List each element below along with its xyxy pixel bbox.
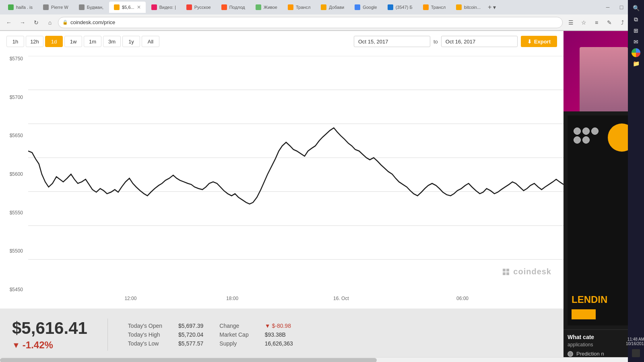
download-icon: ⬇ — [527, 39, 532, 45]
svg-rect-8 — [506, 269, 509, 272]
tab-favicon — [79, 4, 85, 10]
todays-high-value: $5,720.04 — [178, 331, 203, 338]
date-from-input[interactable] — [354, 36, 430, 47]
toolbar: ← → ↻ ⌂ 🔒 coindesk.com/price ☰ ☆ ≡ ✎ ⤴ … — [0, 14, 644, 31]
todays-open-value: $5,697.39 — [178, 323, 203, 329]
controls-row: 1h 12h 1d 1w 1m 3m 1y All to ⬇ Export — [0, 31, 564, 52]
tab-list-button[interactable]: ▾ — [493, 4, 496, 10]
tab-favicon — [151, 4, 157, 10]
windows-store-icon[interactable]: ⊞ — [631, 26, 641, 35]
y-label-5600: $5600 — [0, 171, 26, 177]
coindesk-watermark-icon — [502, 268, 510, 276]
tab-favicon — [456, 4, 462, 10]
date-to-input[interactable] — [441, 36, 518, 47]
sidebar-icon[interactable]: ☰ — [565, 17, 576, 28]
x-label-0600: 06:00 — [456, 296, 469, 301]
search-icon[interactable]: 🔍 — [631, 3, 641, 13]
y-label-5450: $5450 — [0, 287, 26, 292]
minimize-button[interactable]: ─ — [602, 2, 613, 13]
svg-rect-10 — [506, 272, 509, 275]
tab-google[interactable]: Google — [350, 2, 382, 13]
chart-container: $5750 $5700 $5650 $5600 $5550 $5500 $545… — [0, 52, 564, 309]
bookmark-star-icon[interactable]: ☆ — [578, 17, 589, 28]
tab-favicon — [186, 4, 192, 10]
browser-chrome: haifa . is Pierre W Будман, $5,6... ✕ Ви… — [0, 0, 644, 31]
btn-all[interactable]: All — [142, 36, 159, 47]
tab-bitcoin2[interactable]: bitcoin... — [451, 2, 485, 13]
price-change-block: ▼ -1.42% — [12, 339, 87, 351]
refresh-button[interactable]: ↻ — [31, 17, 42, 28]
home-button[interactable]: ⌂ — [44, 17, 56, 28]
maximize-button[interactable]: □ — [616, 2, 627, 13]
x-axis-labels: 12:00 18:00 16. Oct 06:00 — [28, 292, 564, 309]
tab-favicon — [423, 4, 429, 10]
tab-video[interactable]: Видео: | — [147, 2, 181, 13]
market-cap-value: $93.38B — [265, 331, 293, 338]
main-content: 1h 12h 1d 1w 1m 3m 1y All to ⬇ Export $5… — [0, 31, 644, 361]
tab-pierre[interactable]: Pierre W — [38, 2, 73, 13]
task-view-icon[interactable]: ⧉ — [631, 14, 641, 24]
clock-display[interactable]: 11:48 AM 10/16/2017 — [626, 337, 644, 346]
orange-bar-decoration — [572, 309, 596, 319]
tab-live[interactable]: Живое — [251, 2, 282, 13]
todays-high-label: Today's High — [128, 331, 162, 338]
current-price-block: $5,616.41 ▼ -1.42% — [12, 319, 87, 351]
tab-email[interactable]: (3547) Б — [383, 2, 417, 13]
lending-text: LENDIN — [572, 294, 607, 305]
back-button[interactable]: ← — [3, 17, 14, 28]
price-value: $5,616.41 — [12, 319, 87, 338]
reading-list-icon[interactable]: ≡ — [591, 17, 602, 28]
btn-1m[interactable]: 1m — [84, 36, 101, 47]
stats-bar: $5,616.41 ▼ -1.42% Today's Open $5,697.3… — [0, 309, 564, 361]
tab-favicon — [256, 4, 261, 10]
x-label-1200: 12:00 — [124, 296, 136, 301]
tab-podcast[interactable]: Подлод — [217, 2, 250, 13]
address-bar[interactable]: 🔒 coindesk.com/price — [58, 17, 563, 28]
tab-haifa[interactable]: haifa . is — [3, 2, 37, 13]
chart-area: 1h 12h 1d 1w 1m 3m 1y All to ⬇ Export $5… — [0, 31, 564, 361]
market-cap-label: Market Cap — [219, 331, 248, 338]
chrome-icon[interactable] — [632, 48, 640, 57]
tab-bitcoin-price[interactable]: $5,6... ✕ — [109, 2, 146, 13]
stats-divider — [107, 319, 108, 351]
stats-grid: Today's Open $5,697.39 Change ▼ $-80.98 … — [128, 323, 293, 347]
new-tab-button[interactable]: + — [488, 4, 491, 11]
btn-1d[interactable]: 1d — [45, 36, 63, 47]
supply-label: Supply — [219, 340, 248, 347]
btn-3m[interactable]: 3m — [103, 36, 121, 47]
export-button[interactable]: ⬇ Export — [521, 36, 557, 47]
mail-icon[interactable]: ✉ — [631, 37, 641, 47]
horizontal-scrollbar[interactable] — [0, 357, 628, 362]
btn-1h[interactable]: 1h — [6, 36, 24, 47]
tab-budman[interactable]: Будман, — [74, 2, 108, 13]
tab-russian[interactable]: Русское — [182, 2, 216, 13]
change-value: ▼ $-80.98 — [265, 323, 293, 329]
y-label-5750: $5750 — [0, 56, 26, 62]
price-chart — [28, 56, 564, 292]
btn-1y[interactable]: 1y — [122, 36, 140, 47]
tab-add[interactable]: Добави — [316, 2, 349, 13]
pen-icon[interactable]: ✎ — [604, 17, 615, 28]
tab-trans1[interactable]: Трансл — [283, 2, 315, 13]
todays-low-label: Today's Low — [128, 340, 162, 347]
svg-rect-9 — [503, 272, 506, 275]
tab-favicon — [8, 4, 14, 10]
todays-low-value: $5,577.57 — [178, 340, 203, 347]
btn-12h[interactable]: 12h — [26, 36, 43, 47]
notification-area — [632, 349, 640, 357]
tab-favicon — [288, 4, 293, 10]
supply-value: 16,626,363 — [265, 340, 293, 347]
date-range: to ⬇ Export — [354, 36, 557, 47]
tab-favicon — [321, 4, 326, 10]
secure-icon: 🔒 — [62, 20, 68, 25]
share-icon[interactable]: ⤴ — [617, 17, 628, 28]
y-label-5500: $5500 — [0, 248, 26, 254]
price-down-arrow-icon: ▼ — [12, 341, 20, 350]
tab-trans2[interactable]: Трансл — [418, 2, 450, 13]
file-explorer-icon[interactable]: 📁 — [631, 59, 641, 68]
forward-button[interactable]: → — [17, 17, 28, 28]
date-separator: to — [433, 39, 438, 45]
change-down-arrow-icon: ▼ — [265, 323, 272, 329]
btn-1w[interactable]: 1w — [64, 36, 82, 47]
tab-close-icon[interactable]: ✕ — [137, 4, 141, 10]
